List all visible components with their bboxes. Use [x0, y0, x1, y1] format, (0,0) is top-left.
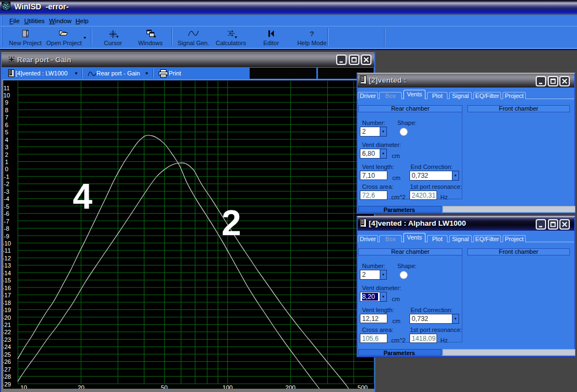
svg-text:?: ? — [310, 30, 314, 38]
